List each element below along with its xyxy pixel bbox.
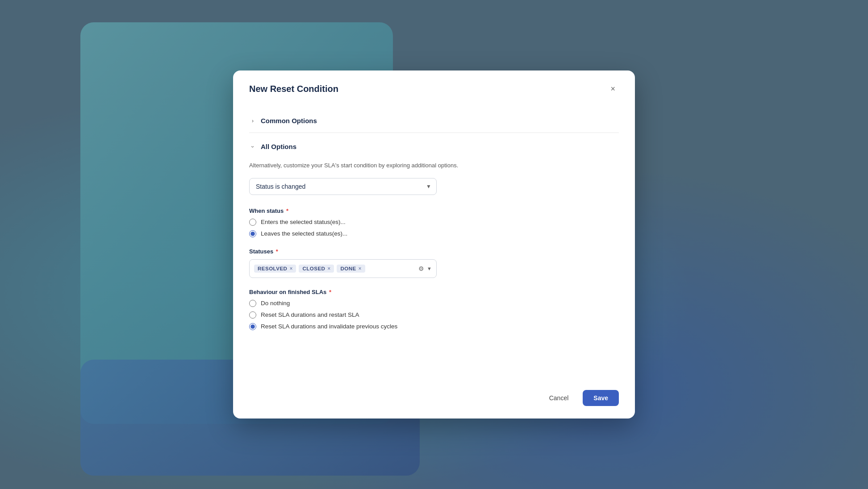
common-options-title: Common Options [261,117,317,124]
common-options-section: › Common Options [249,111,619,133]
common-options-header[interactable]: › Common Options [249,111,619,131]
close-button[interactable]: × [607,83,619,95]
statuses-tags-input[interactable]: RESOLVED × CLOSED × DONE × ⚙ [249,259,437,278]
modal-title: New Reset Condition [249,84,338,94]
when-status-enters-label: Enters the selected status(es)... [261,219,346,225]
tag-resolved-label: RESOLVED [258,266,287,271]
behaviour-nothing-radio[interactable] [249,300,256,307]
tags-chevron-icon[interactable]: ▼ [427,266,432,271]
when-status-leaves-option[interactable]: Leaves the selected status(es)... [249,230,619,237]
tag-done-remove-button[interactable]: × [359,266,362,271]
when-status-label: When status * [249,207,619,214]
when-status-leaves-label: Leaves the selected status(es)... [261,230,347,237]
tags-controls: ⚙ ▼ [418,265,432,272]
when-status-group: When status * Enters the selected status… [249,207,619,237]
behaviour-nothing-option[interactable]: Do nothing [249,300,619,307]
tags-gear-icon[interactable]: ⚙ [418,265,424,272]
modal-body: › Common Options › All Options Alternati… [233,104,635,381]
behaviour-invalidate-label: Reset SLA durations and invalidate previ… [261,323,397,330]
statuses-label: Statuses * [249,248,619,255]
behaviour-label: Behaviour on finished SLAs * [249,289,619,295]
behaviour-restart-radio[interactable] [249,311,256,319]
all-options-chevron-icon: › [250,143,256,150]
common-options-chevron-icon: › [249,118,256,124]
when-status-enters-radio[interactable] [249,219,256,226]
behaviour-restart-label: Reset SLA durations and restart SLA [261,311,359,318]
tag-closed-label: CLOSED [302,266,325,271]
all-options-section: › All Options Alternatively, customize y… [249,137,619,330]
behaviour-nothing-label: Do nothing [261,300,290,307]
all-options-description: Alternatively, customize your SLA's star… [249,161,619,170]
all-options-title: All Options [261,143,296,150]
tag-closed: CLOSED × [299,265,334,273]
when-status-enters-option[interactable]: Enters the selected status(es)... [249,219,619,226]
behaviour-invalidate-radio[interactable] [249,323,256,330]
modal-header: New Reset Condition × [233,70,635,104]
behaviour-restart-option[interactable]: Reset SLA durations and restart SLA [249,311,619,319]
behaviour-invalidate-option[interactable]: Reset SLA durations and invalidate previ… [249,323,619,330]
tag-closed-remove-button[interactable]: × [327,266,330,271]
condition-select-wrapper: Status is changed Priority is changed As… [249,178,437,195]
when-status-leaves-radio[interactable] [249,230,256,237]
tag-done-label: DONE [340,266,356,271]
tag-resolved: RESOLVED × [254,265,296,273]
divider-common [249,133,619,133]
tag-done: DONE × [337,265,365,273]
cancel-button[interactable]: Cancel [540,390,578,406]
statuses-group: Statuses * RESOLVED × CLOSED × DONE [249,248,619,278]
modal-dialog: New Reset Condition × › Common Options ›… [233,70,635,419]
tag-resolved-remove-button[interactable]: × [289,266,292,271]
all-options-header[interactable]: › All Options [249,137,619,157]
modal-footer: Cancel Save [233,381,635,419]
save-button[interactable]: Save [583,390,619,406]
condition-select[interactable]: Status is changed Priority is changed As… [249,178,437,195]
modal-wrapper: New Reset Condition × › Common Options ›… [0,0,868,489]
behaviour-group: Behaviour on finished SLAs * Do nothing … [249,289,619,330]
